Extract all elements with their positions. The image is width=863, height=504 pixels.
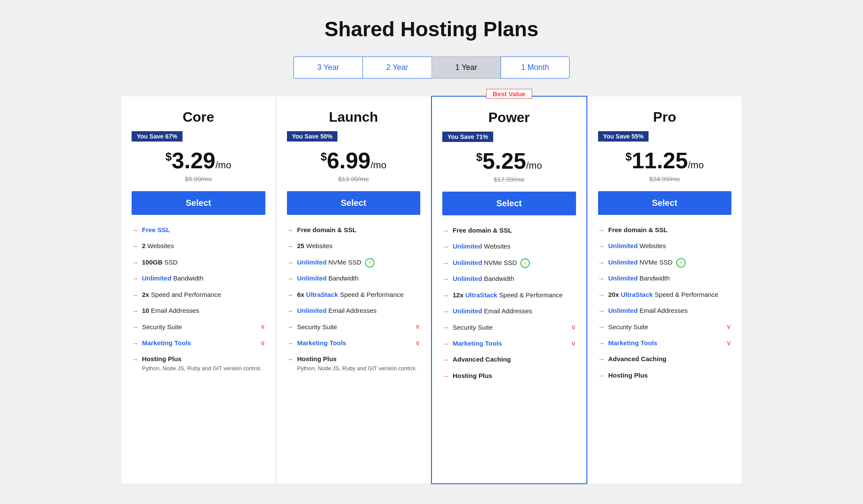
arrow-icon: → xyxy=(287,322,294,332)
arrow-icon: → xyxy=(132,274,139,284)
plan-power-name: Power xyxy=(442,110,576,126)
list-item: → 12x UltraStack Speed & Performance xyxy=(442,290,576,300)
plans-container: Core You Save 67% $3.29/mo $9.99/mo Sele… xyxy=(121,96,742,484)
list-item: → 10 Email Addresses xyxy=(132,306,265,316)
chevron-down-icon: ∨ xyxy=(260,338,265,348)
arrow-icon: → xyxy=(598,322,605,332)
arrow-icon: → xyxy=(598,258,605,268)
arrow-icon: → xyxy=(287,274,294,284)
plan-launch-features: → Free domain & SSL → 25 Websites → Unli… xyxy=(287,225,421,372)
list-item[interactable]: → Security Suite ∨ xyxy=(598,322,732,332)
arrow-icon: → xyxy=(132,242,139,251)
chevron-down-icon: ∨ xyxy=(571,339,576,348)
list-item: → Free domain & SSL xyxy=(287,225,421,235)
plan-power-price: $5.25/mo xyxy=(442,150,576,172)
arrow-icon: → xyxy=(132,258,139,268)
list-item: → Unlimited NVMe SSD ⚡ xyxy=(287,258,421,268)
list-item: → Hosting PlusPython, Node.JS, Ruby and … xyxy=(132,354,265,372)
arrow-icon: → xyxy=(598,339,605,348)
list-item[interactable]: → Security Suite ∨ xyxy=(132,322,265,332)
plan-power-original-price: $17.99/mo xyxy=(442,176,576,183)
list-item: → Unlimited Websites xyxy=(598,241,732,251)
list-item: → Unlimited Email Addresses xyxy=(442,306,576,316)
plan-launch-select-button[interactable]: Select xyxy=(287,191,421,215)
arrow-icon: → xyxy=(598,290,605,300)
arrow-icon: → xyxy=(598,226,605,235)
plan-pro-original-price: $24.99/mo xyxy=(598,175,732,183)
list-item: → 20x UltraStack Speed & Performance xyxy=(598,290,732,300)
arrow-icon: → xyxy=(598,242,605,251)
best-value-badge: Best Value xyxy=(486,89,532,99)
arrow-icon: → xyxy=(132,290,139,300)
plan-launch-name: Launch xyxy=(287,109,421,125)
list-item[interactable]: → Security Suite ∨ xyxy=(287,322,421,332)
list-item: → Unlimited Bandwidth xyxy=(442,274,576,284)
arrow-icon: → xyxy=(132,339,139,348)
list-item: → Hosting Plus xyxy=(442,371,576,381)
arrow-icon: → xyxy=(287,290,294,300)
list-item: → Advanced Caching xyxy=(598,354,732,364)
list-item: → 2x Speed and Performance xyxy=(132,290,265,300)
chevron-down-icon: ∨ xyxy=(415,338,420,348)
chevron-down-icon: ∨ xyxy=(571,322,576,332)
arrow-icon: → xyxy=(132,226,139,235)
list-item[interactable]: → Marketing Tools ∨ xyxy=(598,338,732,348)
list-item: → Free domain & SSL xyxy=(442,226,576,236)
chevron-down-icon: ∨ xyxy=(415,322,420,331)
list-item: → Advanced Caching xyxy=(442,355,576,365)
arrow-icon: → xyxy=(598,306,605,316)
arrow-icon: → xyxy=(442,258,449,268)
speed-icon: ⚡ xyxy=(676,258,686,268)
plan-pro-select-button[interactable]: Select xyxy=(598,191,732,215)
list-item[interactable]: → Marketing Tools ∨ xyxy=(132,338,265,348)
list-item: → Unlimited Bandwidth xyxy=(598,274,732,284)
plan-core-price: $3.29/mo xyxy=(132,149,265,172)
list-item: → Unlimited NVMe SSD ⚡ xyxy=(598,258,732,268)
list-item: → Unlimited Bandwidth xyxy=(132,274,265,284)
arrow-icon: → xyxy=(598,355,605,364)
list-item[interactable]: → Security Suite ∨ xyxy=(442,322,576,332)
billing-tabs: 3 Year 2 Year 1 Year 1 Month xyxy=(9,57,854,79)
plan-core-features: → Free SSL → 2 Websites → 100GB SSD → Un… xyxy=(132,225,265,372)
plan-power-select-button[interactable]: Select xyxy=(442,192,576,215)
tab-1year[interactable]: 1 Year xyxy=(432,57,501,79)
plan-pro-price: $11.25/mo xyxy=(598,149,732,172)
list-item: → Unlimited NVMe SSD ⚡ xyxy=(442,258,576,268)
list-item: → Hosting PlusPython, Node.JS, Ruby and … xyxy=(287,354,421,372)
list-item: → Unlimited Email Addresses xyxy=(598,306,732,316)
speed-icon: ⚡ xyxy=(520,258,530,268)
arrow-icon: → xyxy=(287,258,294,268)
plan-core-select-button[interactable]: Select xyxy=(132,191,265,215)
arrow-icon: → xyxy=(598,371,605,381)
speed-icon: ⚡ xyxy=(365,258,375,268)
arrow-icon: → xyxy=(442,372,449,381)
arrow-icon: → xyxy=(287,355,294,364)
tab-1month[interactable]: 1 Month xyxy=(501,57,570,79)
arrow-icon: → xyxy=(442,323,449,332)
tab-3year[interactable]: 3 Year xyxy=(293,57,362,79)
list-item: → Free domain & SSL xyxy=(598,225,732,235)
plan-launch-original-price: $13.99/mo xyxy=(287,175,421,183)
list-item: → Hosting Plus xyxy=(598,371,732,381)
arrow-icon: → xyxy=(442,339,449,349)
list-item: → Unlimited Bandwidth xyxy=(287,274,421,284)
arrow-icon: → xyxy=(287,226,294,235)
list-item: → Unlimited Email Addresses xyxy=(287,306,421,316)
plan-launch-savings: You Save 50% xyxy=(287,131,338,142)
plan-power: Best Value Power You Save 71% $5.25/mo $… xyxy=(431,96,587,484)
list-item: → Unlimited Websites xyxy=(442,242,576,252)
arrow-icon: → xyxy=(287,242,294,251)
plan-power-features: → Free domain & SSL → Unlimited Websites… xyxy=(442,226,576,381)
arrow-icon: → xyxy=(442,355,449,365)
list-item[interactable]: → Marketing Tools ∨ xyxy=(287,338,421,348)
arrow-icon: → xyxy=(442,307,449,316)
list-item: → 2 Websites xyxy=(132,241,265,251)
tab-2year[interactable]: 2 Year xyxy=(362,57,432,79)
arrow-icon: → xyxy=(287,339,294,348)
plan-power-savings: You Save 71% xyxy=(442,132,493,142)
list-item[interactable]: → Marketing Tools ∨ xyxy=(442,339,576,349)
arrow-icon: → xyxy=(442,242,449,252)
arrow-icon: → xyxy=(442,226,449,236)
arrow-icon: → xyxy=(598,274,605,284)
chevron-down-icon: ∨ xyxy=(726,322,731,331)
